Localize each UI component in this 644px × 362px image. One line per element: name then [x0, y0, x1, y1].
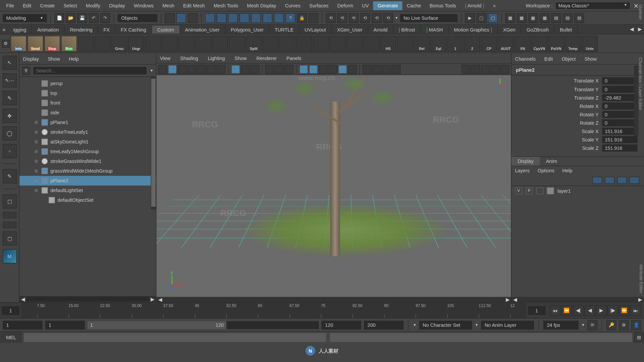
- layout-two-h[interactable]: [3, 212, 9, 218]
- shelf-button-15[interactable]: [263, 36, 278, 51]
- layer-row[interactable]: V P layer1: [512, 186, 644, 195]
- loop-icon[interactable]: ⟳: [588, 320, 597, 330]
- step-forward-button[interactable]: |▶: [607, 305, 618, 316]
- sym-opts-icon[interactable]: ⟲: [383, 13, 393, 23]
- outliner-item-grassWindWide1MeshGroup[interactable]: ⊞grassWindWide1MeshGroup: [19, 166, 156, 176]
- character-icon[interactable]: 👤: [631, 320, 641, 330]
- shelf-tab-fxcaching[interactable]: FX Caching: [115, 25, 152, 34]
- sym-z-icon[interactable]: ⟲: [360, 13, 370, 23]
- menu-create[interactable]: Create: [36, 1, 59, 10]
- shelf-button-10[interactable]: [178, 36, 194, 51]
- step-back-key-button[interactable]: ⏪: [561, 305, 572, 316]
- cb-menu-object[interactable]: Object: [561, 56, 576, 61]
- anim-layer-select[interactable]: No Anim Layer: [481, 320, 534, 329]
- shelf-button-26[interactable]: 1: [447, 36, 463, 51]
- attr-editor-tab[interactable]: Attribute Editor: [639, 264, 644, 293]
- time-slider[interactable]: 1 7.5015.0022.5030.0037.504552.506067.50…: [0, 302, 644, 318]
- outliner-menu-display[interactable]: Display: [23, 56, 39, 61]
- attr-value-input[interactable]: 151.916: [602, 144, 637, 151]
- menu-edit[interactable]: Edit: [18, 1, 36, 10]
- outliner-menu-show[interactable]: Show: [48, 56, 60, 61]
- viewport-hscroll[interactable]: ◀▶: [157, 297, 511, 302]
- layout-four[interactable]: [10, 222, 16, 228]
- select-by-object-icon[interactable]: [176, 13, 186, 23]
- layer-hscroll[interactable]: ◀▶: [512, 297, 644, 302]
- layer-color-swatch[interactable]: [547, 187, 554, 194]
- sym-x-icon[interactable]: ⟲: [337, 13, 347, 23]
- snap-point-icon[interactable]: [228, 13, 238, 23]
- open-scene-icon[interactable]: 📂: [66, 13, 75, 23]
- expand-icon[interactable]: ⊞: [35, 139, 39, 144]
- expand-icon[interactable]: ⊞: [35, 188, 39, 192]
- rotate-tool[interactable]: ◯: [2, 126, 16, 140]
- vp-light1-icon[interactable]: [363, 65, 371, 73]
- layout-two-v[interactable]: [10, 212, 16, 218]
- layer-tab-anim[interactable]: Anim: [540, 157, 563, 166]
- sym-topo-icon[interactable]: ⟲: [372, 13, 381, 23]
- shelf-tab-uvlayout[interactable]: UVLayout: [299, 25, 332, 34]
- shelf-button-13[interactable]: [229, 36, 245, 51]
- chevron-down-icon[interactable]: ▼: [150, 68, 153, 72]
- play-back-button[interactable]: ◀: [584, 305, 595, 316]
- shelf-button-0[interactable]: Info: [11, 36, 26, 51]
- snap-misc-icon[interactable]: [274, 13, 284, 23]
- layer-playback-toggle[interactable]: P: [526, 187, 533, 194]
- vp-camera-icon[interactable]: [158, 65, 167, 73]
- vp-two-sided-icon[interactable]: [348, 65, 357, 73]
- outliner-item-aiSkyDomeLight1[interactable]: ⊞aiSkyDomeLight1: [19, 137, 156, 147]
- vp-grid-icon[interactable]: [231, 65, 240, 73]
- vp-menu-renderer[interactable]: Renderer: [257, 55, 277, 61]
- chevron-down-icon[interactable]: ▼: [475, 323, 478, 327]
- outliner-scrollbar[interactable]: [151, 77, 156, 209]
- cb-menu-edit[interactable]: Edit: [544, 56, 553, 61]
- shelf-button-12[interactable]: [212, 36, 228, 51]
- shelf-tab-custom[interactable]: Custom: [152, 25, 180, 34]
- snap-plane-icon[interactable]: [239, 13, 249, 23]
- snap-grid-icon[interactable]: [205, 13, 215, 23]
- shelf-tab-arnold[interactable]: Arnold: [368, 25, 393, 34]
- shelf-button-31[interactable]: CpyVN: [531, 36, 547, 51]
- live-surface[interactable]: No Live Surface: [400, 14, 458, 22]
- command-input[interactable]: [24, 333, 326, 342]
- menu-deform[interactable]: Deform: [333, 1, 358, 10]
- goto-end-button[interactable]: ⏭: [630, 305, 641, 316]
- shelf-button-3[interactable]: Run: [61, 36, 77, 51]
- expand-icon[interactable]: ⊞: [35, 178, 39, 183]
- workspace-select[interactable]: Maya Classic*▼: [555, 2, 630, 10]
- vp-wireframe-icon[interactable]: [241, 65, 250, 73]
- layout-single[interactable]: ▢: [2, 194, 16, 208]
- play-forward-button[interactable]: ▶: [596, 305, 607, 316]
- menu-editmesh[interactable]: Edit Mesh: [179, 1, 209, 10]
- shelf-tab-bullet[interactable]: Bullet: [554, 25, 578, 34]
- outliner-item-persp[interactable]: persp: [19, 79, 156, 88]
- toggle-attreditor-icon[interactable]: ▤: [574, 13, 584, 23]
- layer-display-type[interactable]: [536, 187, 543, 194]
- toggle-toolsettings-icon[interactable]: ▤: [563, 13, 573, 23]
- shelf-button-17[interactable]: [296, 36, 312, 51]
- attr-value-input[interactable]: 0: [602, 119, 637, 126]
- shelf-button-29[interactable]: AUUT: [498, 36, 514, 51]
- attr-value-input[interactable]: 0: [602, 102, 637, 109]
- outliner-item-defaultLightSet[interactable]: ⊞defaultLightSet: [19, 186, 156, 195]
- outliner-item-strokeGrassWindWide1[interactable]: ⊞strokeGrassWindWide1: [19, 157, 156, 166]
- current-frame-start[interactable]: 1: [2, 306, 19, 315]
- vp-expose-icon[interactable]: [471, 65, 480, 73]
- attr-value-input[interactable]: -29.482: [602, 94, 637, 101]
- attr-value-input[interactable]: 0: [602, 77, 637, 84]
- shelf-button-18[interactable]: [313, 36, 329, 51]
- script-language-toggle[interactable]: MEL: [0, 332, 22, 343]
- current-frame-end[interactable]: 1: [528, 306, 546, 315]
- menu-modify[interactable]: Modify: [82, 1, 105, 10]
- snap-curve-icon[interactable]: [217, 13, 226, 23]
- menu-generate[interactable]: Generate: [373, 1, 402, 10]
- shelf-button-25[interactable]: Eql: [431, 36, 446, 51]
- shelf-button-20[interactable]: [346, 36, 362, 51]
- shelf-button-28[interactable]: CP: [481, 36, 497, 51]
- shelf-tab-fx[interactable]: FX: [98, 25, 115, 34]
- prefs-icon[interactable]: ⚙: [619, 320, 629, 330]
- expand-icon[interactable]: ⊞: [35, 169, 39, 173]
- panel-layout-1-icon[interactable]: ▦: [505, 13, 515, 23]
- selected-object-name[interactable]: pPlane2: [512, 64, 644, 75]
- attr-value-input[interactable]: 0: [602, 111, 637, 118]
- outliner-item-front[interactable]: front: [19, 98, 156, 108]
